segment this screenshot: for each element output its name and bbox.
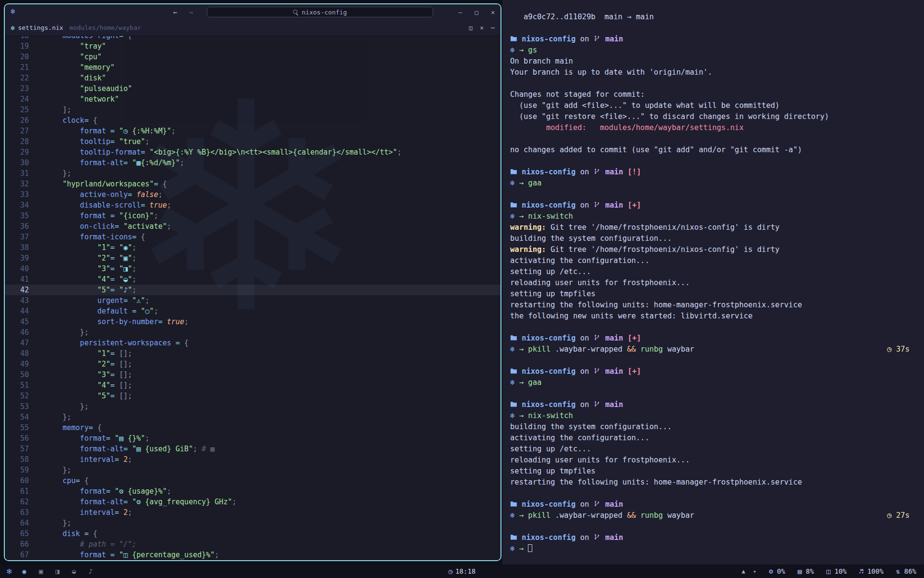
code-line-35[interactable]: 35format = "{icon}"; (5, 210, 500, 221)
token: format-alt (80, 158, 123, 167)
code-line-65[interactable]: 65disk = { (5, 528, 500, 539)
code-line-43[interactable]: 43urgent= "⚠"; (5, 295, 500, 306)
code-line-51[interactable]: 51"4"= []; (5, 380, 500, 391)
code-line-53[interactable]: 53}; (5, 401, 500, 412)
code-line-40[interactable]: 40"3"= "◨"; (5, 263, 500, 274)
code-line-36[interactable]: 36on-click= "activate"; (5, 221, 500, 232)
code-line-47[interactable]: 47persistent-workspaces = { (5, 338, 500, 348)
token: " (141, 296, 145, 305)
code-line-66[interactable]: 66# path = "/"; (5, 539, 500, 550)
terminal-line: On branch main (510, 56, 916, 67)
editor-pane[interactable]: ❄ 18modules-right= [19"tray"20"cpu"21"me… (5, 36, 500, 560)
code-line-42[interactable]: 42"5"= "♪"; (5, 285, 500, 295)
folder-icon (510, 200, 517, 211)
command-center-search[interactable]: nixos-config (207, 7, 433, 17)
code-line-57[interactable]: 57format-alt= "▤ {used} GiB"; # ▦ (5, 444, 500, 454)
tab-filename[interactable]: settings.nix (18, 24, 63, 31)
terminal-text: nixos-config on main [+] (510, 366, 916, 377)
split-editor-icon[interactable]: ◫ (469, 24, 473, 31)
nix-launcher-icon[interactable]: ❄ (7, 566, 12, 576)
minimize-button[interactable]: — (459, 9, 462, 16)
token: ; (180, 158, 184, 167)
code-text: format= "▤ {}%"; (36, 433, 500, 444)
line-number: 31 (5, 168, 36, 179)
token: restarting the following units: home-man… (510, 478, 802, 486)
token: {usage}%" (123, 487, 167, 496)
code-line-30[interactable]: 30format-alt= "▦{:%d/%m}"; (5, 158, 500, 168)
code-line-21[interactable]: 21"memory" (5, 62, 500, 73)
pulseaudio-module[interactable]: ♬ 100% (859, 567, 884, 575)
code-line-25[interactable]: 25]; (5, 105, 500, 115)
code-line-29[interactable]: 29tooltip-format= "<big>{:%Y %B}</big>\n… (5, 147, 500, 158)
code-line-67[interactable]: 67format = "◫ {percentage_used}%"; (5, 550, 500, 560)
git-branch-icon (593, 34, 601, 45)
code-line-59[interactable]: 59}; (5, 465, 500, 475)
code-line-45[interactable]: 45sort-by-number= true; (5, 316, 500, 327)
memory-module[interactable]: ▤ 8% (797, 567, 814, 575)
more-actions-icon[interactable]: ⋯ (491, 24, 495, 31)
disk-module[interactable]: ◫ 10% (826, 567, 847, 575)
code-line-55[interactable]: 55memory= { (5, 422, 500, 433)
code-line-26[interactable]: 26clock= { (5, 115, 500, 126)
workspace-4-icon[interactable]: ◒ (72, 567, 76, 575)
terminal-text: setting up /etc... (510, 266, 916, 277)
workspace-5-icon[interactable]: ♪ (89, 567, 92, 575)
code-line-62[interactable]: 62format-alt= "⚙ {avg_frequency} GHz"; (5, 497, 500, 507)
token: "cpu" (80, 53, 102, 61)
workspace-2-icon[interactable]: ▣ (39, 567, 43, 575)
token: "network" (80, 95, 119, 104)
token: { (184, 339, 189, 347)
token: main (601, 334, 623, 342)
forward-button[interactable]: → (189, 8, 192, 16)
code-line-44[interactable]: 44default = "○"; (5, 306, 500, 316)
close-tab-icon[interactable]: ✕ (480, 24, 484, 31)
token: activating the configuration... (510, 434, 649, 442)
code-line-22[interactable]: 22"disk" (5, 73, 500, 83)
code-line-64[interactable]: 64}; (5, 518, 500, 528)
code-line-49[interactable]: 49"2"= []; (5, 359, 500, 369)
code-line-18[interactable]: 18modules-right= [ (5, 36, 500, 41)
code-line-41[interactable]: 41"4"= "◒"; (5, 274, 500, 285)
code-line-24[interactable]: 24"network" (5, 94, 500, 105)
line-number: 49 (5, 359, 36, 369)
token: # path = "/"; (80, 540, 136, 549)
back-button[interactable]: ← (173, 8, 177, 16)
code-line-37[interactable]: 37format-icons= { (5, 232, 500, 242)
cpu-module[interactable]: ⚙ 0% (769, 567, 785, 575)
code-line-32[interactable]: 32"hyprland/workspaces"= { (5, 179, 500, 189)
maximize-button[interactable]: ▢ (475, 9, 478, 16)
code-line-52[interactable]: 52"5"= []; (5, 391, 500, 401)
code-line-61[interactable]: 61format= "⚙ {usage}%"; (5, 486, 500, 497)
tray-icon-1[interactable]: ▲ (742, 568, 745, 575)
code-line-58[interactable]: 58interval= 2; (5, 454, 500, 465)
code-line-19[interactable]: 19"tray" (5, 41, 500, 52)
code-line-31[interactable]: 31}; (5, 168, 500, 179)
code-line-63[interactable]: 63interval= 2; (5, 507, 500, 518)
code-line-48[interactable]: 48"1"= []; (5, 348, 500, 359)
code-line-39[interactable]: 39"2"= "▣"; (5, 253, 500, 263)
clock-module[interactable]: ◷ 18:18 (449, 567, 476, 575)
terminal-window[interactable]: a9c0c72..d11029b main → main nixos-confi… (502, 0, 924, 565)
workspace-1-icon[interactable]: ◉ (22, 567, 26, 575)
token: { (97, 423, 102, 432)
code-line-38[interactable]: 38"1"= "◉"; (5, 242, 500, 253)
code-line-23[interactable]: 23"pulseaudio" (5, 83, 500, 94)
code-line-54[interactable]: 54}; (5, 412, 500, 422)
workspace-3-icon[interactable]: ◨ (55, 567, 59, 575)
close-button[interactable]: ✕ (491, 9, 495, 16)
code-line-20[interactable]: 20"cpu" (5, 52, 500, 62)
code-line-33[interactable]: 33active-only= false; (5, 189, 500, 200)
code-text: "4"= "◒"; (36, 274, 500, 285)
code-line-34[interactable]: 34disable-scroll= true; (5, 200, 500, 210)
code-line-28[interactable]: 28tooltip= "true"; (5, 136, 500, 147)
code-text: "cpu" (36, 52, 500, 62)
code-line-46[interactable]: 46}; (5, 327, 500, 338)
git-branch-icon (593, 333, 601, 344)
network-module[interactable]: ⇅ 86% (896, 567, 916, 575)
window-controls: — ▢ ✕ (459, 4, 495, 20)
code-line-60[interactable]: 60cpu= { (5, 475, 500, 486)
code-line-50[interactable]: 50"3"= []; (5, 369, 500, 380)
tray-icon-2[interactable]: ✦ (753, 568, 756, 575)
code-line-56[interactable]: 56format= "▤ {}%"; (5, 433, 500, 444)
code-line-27[interactable]: 27format = "◷ {:%H:%M}"; (5, 126, 500, 136)
